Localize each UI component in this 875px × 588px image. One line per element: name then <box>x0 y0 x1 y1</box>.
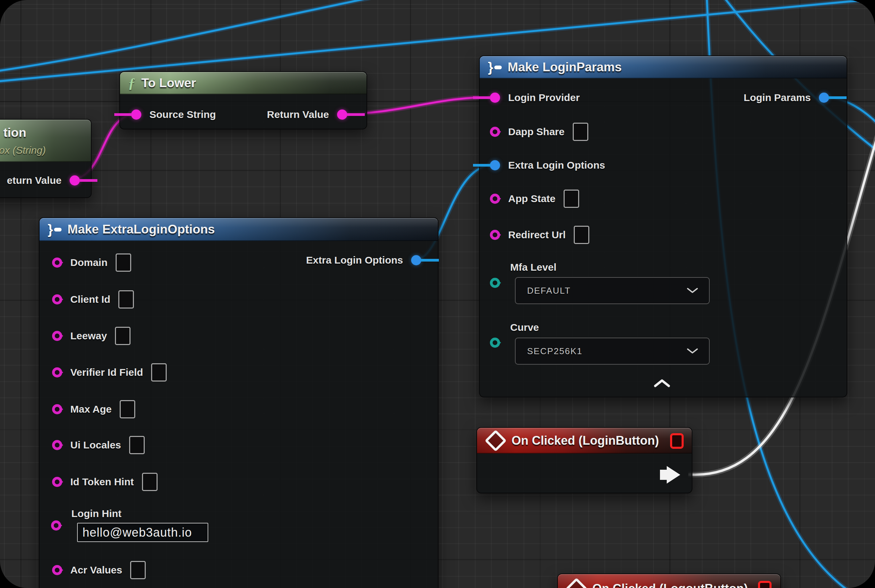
login-provider-pin[interactable] <box>490 93 500 103</box>
exec-out-pin[interactable] <box>660 466 691 484</box>
mfa-level-pin[interactable] <box>490 278 500 288</box>
pin-label: Id Token Hint <box>70 476 134 488</box>
extra-login-options-pin[interactable] <box>490 160 500 170</box>
node-make-loginparams[interactable]: } Make LoginParams Login Provider Dapp S… <box>479 56 847 398</box>
extra-login-options-out-pin[interactable] <box>411 255 421 265</box>
pin-label: Extra Login Options <box>508 159 605 171</box>
pin-label: Acr Values <box>70 564 122 576</box>
node-title-fragment: tion <box>3 126 26 140</box>
make-struct-icon: } <box>488 60 502 74</box>
verifier-id-field-checkbox[interactable] <box>151 363 167 381</box>
dapp-share-pin[interactable] <box>490 127 500 137</box>
pin-label: eturn Value <box>7 175 62 186</box>
mfa-level-dropdown[interactable]: DEFAULT <box>515 277 710 304</box>
delegate-square-icon[interactable] <box>670 433 684 449</box>
mfa-level-value: DEFAULT <box>516 285 571 296</box>
node-title: Make LoginParams <box>508 60 622 74</box>
leeway-pin[interactable] <box>52 331 62 341</box>
node-header: On Clicked (LoginButton) <box>477 428 692 453</box>
node-subtitle-fragment: ox (String) <box>0 145 46 156</box>
client-id-pin[interactable] <box>52 294 62 304</box>
node-get-text-partial[interactable]: tion ox (String) eturn Value <box>0 119 92 198</box>
id-token-hint-pin[interactable] <box>52 477 62 487</box>
node-title: Make ExtraLoginOptions <box>68 222 215 237</box>
pin-label: Leeway <box>70 330 107 342</box>
curve-label: Curve <box>510 322 539 333</box>
app-state-checkbox[interactable] <box>564 190 579 208</box>
node-to-lower[interactable]: ƒ To Lower Source String Return Value <box>119 71 367 129</box>
app-state-pin[interactable] <box>490 194 500 204</box>
node-title: To Lower <box>141 76 196 90</box>
leeway-checkbox[interactable] <box>115 327 131 345</box>
pin-label: Source String <box>149 109 216 120</box>
pin-label: Redirect Url <box>508 229 566 241</box>
pin-label-login-hint: Login Hint <box>71 508 121 519</box>
node-on-clicked-logoutbutton[interactable]: On Clicked (LogoutButton) <box>557 573 781 588</box>
node-on-clicked-loginbutton[interactable]: On Clicked (LoginButton) <box>477 427 692 494</box>
pin-label: Ui Locales <box>70 439 121 451</box>
pin-label: Max Age <box>70 404 111 415</box>
client-id-checkbox[interactable] <box>118 290 134 309</box>
pin-label: Login Params <box>744 92 811 104</box>
node-header: ƒ To Lower <box>120 72 367 94</box>
ui-locales-pin[interactable] <box>52 440 62 450</box>
mfa-level-label: Mfa Level <box>510 261 556 273</box>
redirect-url-pin[interactable] <box>490 230 500 240</box>
domain-pin[interactable] <box>52 258 62 268</box>
collapse-chevron-icon[interactable] <box>653 379 671 388</box>
chevron-down-icon <box>687 288 698 294</box>
curve-pin[interactable] <box>490 338 500 348</box>
ui-locales-checkbox[interactable] <box>129 436 145 454</box>
login-hint-pin[interactable] <box>51 520 61 531</box>
verifier-id-field-pin[interactable] <box>52 368 62 378</box>
pin-label: Verifier Id Field <box>70 367 143 378</box>
return-value-pin[interactable] <box>337 110 347 120</box>
blueprint-canvas[interactable]: tion ox (String) eturn Value ƒ To Lower … <box>0 0 875 588</box>
pin-label: Login Provider <box>508 92 580 104</box>
delegate-square-icon[interactable] <box>758 581 771 588</box>
redirect-url-checkbox[interactable] <box>574 226 589 244</box>
source-string-pin[interactable] <box>131 110 141 120</box>
pin-label: Client Id <box>70 294 110 305</box>
return-value-pin[interactable] <box>70 176 80 186</box>
pin-label: Return Value <box>267 109 329 120</box>
pin-label: Dapp Share <box>508 126 565 138</box>
function-icon: ƒ <box>128 76 135 90</box>
pin-label: Extra Login Options <box>306 255 403 266</box>
dapp-share-checkbox[interactable] <box>573 123 588 141</box>
chevron-down-icon <box>687 348 698 354</box>
node-header: } Make ExtraLoginOptions <box>39 218 438 241</box>
acr-values-checkbox[interactable] <box>130 561 146 579</box>
node-header: On Clicked (LogoutButton) <box>558 574 780 588</box>
curve-value: SECP256K1 <box>516 346 583 357</box>
login-hint-input[interactable] <box>77 523 208 542</box>
node-title: On Clicked (LoginButton) <box>511 434 659 448</box>
pin-label: Domain <box>70 257 108 268</box>
pin-label: App State <box>508 193 555 204</box>
make-struct-icon: } <box>48 223 62 236</box>
login-params-out-pin[interactable] <box>819 93 829 103</box>
max-age-pin[interactable] <box>52 404 62 414</box>
node-header: } Make LoginParams <box>480 56 846 78</box>
node-make-extraloginoptions[interactable]: } Make ExtraLoginOptions Domain Client I… <box>39 217 439 588</box>
id-token-hint-checkbox[interactable] <box>142 473 158 491</box>
domain-checkbox[interactable] <box>116 254 131 272</box>
acr-values-pin[interactable] <box>52 565 62 575</box>
screenshot-frame: tion ox (String) eturn Value ƒ To Lower … <box>0 0 875 588</box>
curve-dropdown[interactable]: SECP256K1 <box>515 338 710 364</box>
node-title: On Clicked (LogoutButton) <box>592 582 748 588</box>
max-age-checkbox[interactable] <box>120 400 135 418</box>
